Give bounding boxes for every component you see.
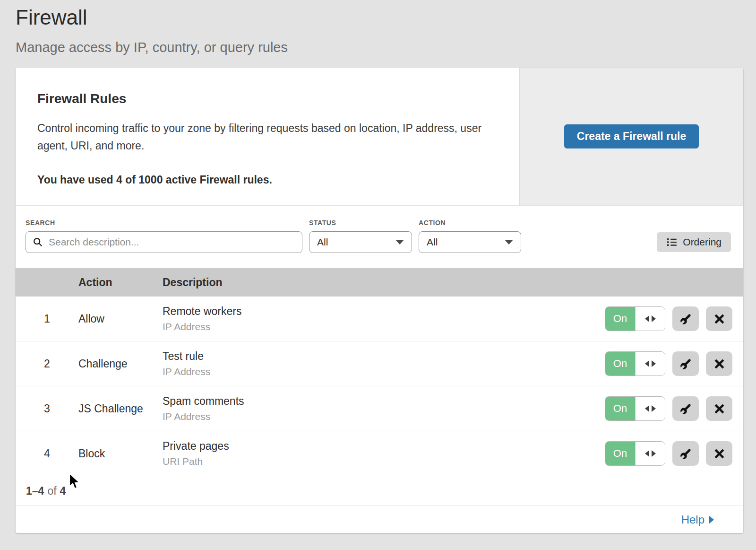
rule-enabled-toggle[interactable]: On bbox=[605, 351, 665, 376]
rule-action: Challenge bbox=[78, 358, 163, 370]
create-firewall-rule-button[interactable]: Create a Firewall rule bbox=[564, 124, 699, 148]
rule-description: Private pages bbox=[163, 440, 605, 453]
rule-description: Test rule bbox=[163, 350, 605, 363]
rule-description: Spam comments bbox=[163, 395, 605, 408]
action-label: ACTION bbox=[419, 219, 521, 227]
search-filter-group: SEARCH bbox=[26, 219, 302, 253]
rule-description-cell: Test rule IP Address bbox=[163, 350, 605, 377]
action-filter-group: ACTION All bbox=[419, 219, 521, 253]
delete-rule-button[interactable] bbox=[706, 306, 732, 331]
wrench-icon bbox=[679, 447, 692, 460]
rule-controls: On bbox=[605, 306, 732, 331]
close-x-icon bbox=[713, 403, 725, 415]
card-description: Control incoming traffic to your zone by… bbox=[37, 120, 486, 155]
edit-rule-button[interactable] bbox=[672, 306, 699, 331]
status-select-value: All bbox=[317, 236, 328, 248]
rule-action: Allow bbox=[78, 313, 163, 325]
toggle-on-label: On bbox=[605, 307, 635, 331]
rule-match-field: IP Address bbox=[163, 411, 605, 422]
header-action-column: Action bbox=[78, 276, 163, 289]
search-box bbox=[26, 231, 302, 253]
rule-controls: On bbox=[605, 441, 732, 466]
wrench-icon bbox=[679, 358, 692, 370]
delete-rule-button[interactable] bbox=[706, 396, 732, 421]
mouse-cursor-arrow bbox=[69, 473, 82, 490]
edit-rule-button[interactable] bbox=[672, 441, 699, 466]
table-row: 4 Block Private pages URI Path On bbox=[16, 431, 743, 476]
rule-description: Remote workers bbox=[163, 305, 605, 318]
search-icon bbox=[33, 237, 43, 247]
edit-rule-button[interactable] bbox=[672, 351, 699, 376]
status-select[interactable]: All bbox=[309, 231, 412, 253]
rule-match-field: IP Address bbox=[163, 321, 605, 332]
page-header: Firewall Manage access by IP, country, o… bbox=[0, 0, 756, 55]
close-x-icon bbox=[713, 448, 725, 460]
close-x-icon bbox=[713, 358, 725, 370]
card-intro: Firewall Rules Control incoming traffic … bbox=[16, 68, 519, 205]
rule-controls: On bbox=[605, 351, 732, 376]
status-label: STATUS bbox=[309, 219, 412, 227]
status-filter-group: STATUS All bbox=[309, 219, 412, 253]
rule-controls: On bbox=[605, 396, 732, 421]
ordering-button-label: Ordering bbox=[683, 236, 722, 248]
help-row: Help bbox=[16, 506, 743, 533]
rule-description-cell: Remote workers IP Address bbox=[163, 305, 605, 332]
card-usage-count: You have used 4 of 1000 active Firewall … bbox=[37, 174, 491, 186]
ordered-list-icon bbox=[666, 236, 678, 248]
action-select-value: All bbox=[427, 236, 438, 248]
wrench-icon bbox=[679, 313, 692, 325]
help-link-label: Help bbox=[681, 513, 704, 526]
delete-rule-button[interactable] bbox=[706, 351, 732, 376]
toggle-on-label: On bbox=[605, 442, 635, 465]
page-subtitle: Manage access by IP, country, or query r… bbox=[16, 40, 756, 55]
rule-match-field: IP Address bbox=[163, 366, 605, 377]
header-description-column: Description bbox=[163, 276, 743, 289]
left-right-arrows-icon bbox=[635, 307, 665, 331]
action-select[interactable]: All bbox=[419, 231, 521, 253]
close-x-icon bbox=[713, 313, 725, 325]
filter-bar: SEARCH STATUS All ACTION All bbox=[16, 206, 743, 268]
card-top-section: Firewall Rules Control incoming traffic … bbox=[16, 68, 743, 206]
left-right-arrows-icon bbox=[635, 352, 665, 375]
table-header: Action Description bbox=[16, 268, 743, 297]
edit-rule-button[interactable] bbox=[672, 396, 699, 421]
rule-enabled-toggle[interactable]: On bbox=[605, 306, 665, 331]
wrench-icon bbox=[679, 402, 692, 415]
pagination-of: of bbox=[44, 485, 60, 498]
rule-action: JS Challenge bbox=[78, 402, 163, 415]
left-right-arrows-icon bbox=[635, 397, 665, 420]
search-input[interactable] bbox=[48, 236, 295, 248]
search-label: SEARCH bbox=[26, 219, 302, 227]
ordering-button[interactable]: Ordering bbox=[657, 232, 731, 252]
rule-priority: 1 bbox=[16, 313, 78, 325]
page-title: Firewall bbox=[16, 6, 756, 29]
arrow-right-caret-icon bbox=[709, 515, 714, 524]
pagination-total: 4 bbox=[60, 485, 66, 498]
card-action-panel: Create a Firewall rule bbox=[519, 68, 743, 205]
rule-enabled-toggle[interactable]: On bbox=[605, 441, 665, 466]
help-link[interactable]: Help bbox=[681, 513, 714, 526]
rule-enabled-toggle[interactable]: On bbox=[605, 396, 665, 421]
table-row: 1 Allow Remote workers IP Address On bbox=[16, 297, 743, 341]
table-row: 2 Challenge Test rule IP Address On bbox=[16, 341, 743, 386]
rule-priority: 2 bbox=[16, 358, 78, 370]
rule-priority: 4 bbox=[16, 447, 78, 460]
card-heading: Firewall Rules bbox=[37, 91, 491, 106]
rule-description-cell: Spam comments IP Address bbox=[163, 395, 605, 422]
chevron-down-caret-icon bbox=[505, 240, 513, 244]
rule-match-field: URI Path bbox=[163, 456, 605, 467]
toggle-on-label: On bbox=[605, 397, 635, 420]
table-row: 3 JS Challenge Spam comments IP Address … bbox=[16, 386, 743, 431]
pagination-summary: 1–4 of 4 bbox=[16, 476, 743, 506]
left-right-arrows-icon bbox=[635, 442, 665, 465]
rule-description-cell: Private pages URI Path bbox=[163, 440, 605, 467]
delete-rule-button[interactable] bbox=[706, 441, 732, 466]
rule-action: Block bbox=[78, 447, 163, 460]
chevron-down-caret-icon bbox=[395, 240, 404, 244]
pagination-range: 1–4 bbox=[26, 485, 44, 498]
rule-priority: 3 bbox=[16, 402, 78, 415]
firewall-rules-card: Firewall Rules Control incoming traffic … bbox=[16, 68, 743, 533]
toggle-on-label: On bbox=[605, 352, 635, 375]
